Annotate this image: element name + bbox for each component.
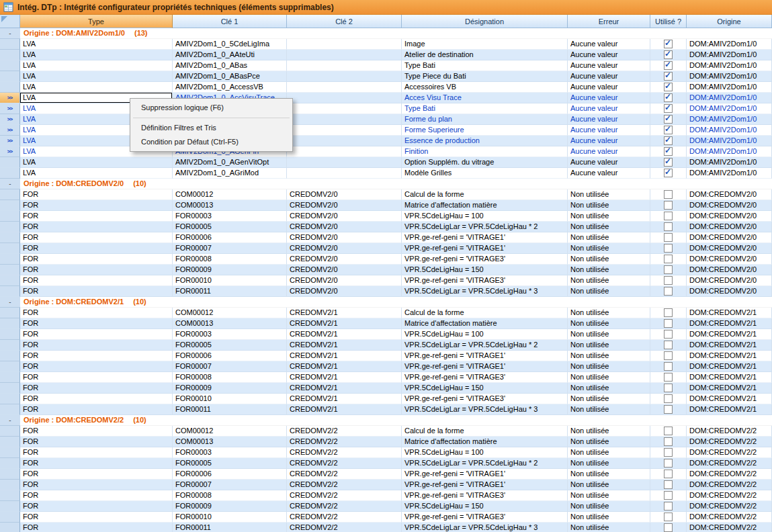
cell-origine[interactable]: DOM:CREDOMV2/1 — [687, 383, 772, 394]
row-marker[interactable] — [0, 480, 20, 490]
used-checkbox[interactable] — [664, 201, 673, 210]
table-row[interactable]: FORFOR00008CREDOMV2/0VPR.ge-ref-geni = '… — [0, 254, 772, 265]
cell-cle1[interactable]: COM00013 — [173, 318, 287, 329]
cell-erreur[interactable]: Non utilisée — [568, 512, 650, 523]
cell-designation[interactable]: VPR.5CdeLigLar = VPR.5CdeLigHau * 3 — [402, 404, 568, 415]
group-collapse-toggle[interactable]: - — [0, 28, 20, 39]
cell-utilise[interactable] — [650, 125, 687, 136]
cell-origine[interactable]: DOM:AMIV2Dom1/0 — [687, 136, 772, 146]
cell-type[interactable]: FOR — [20, 243, 173, 254]
select-all-corner[interactable] — [0, 15, 20, 28]
cell-origine[interactable]: DOM:CREDOMV2/2 — [687, 523, 772, 532]
table-row[interactable]: >>LVAForme SuperieureAucune valeurDOM:AM… — [0, 125, 772, 136]
used-checkbox[interactable] — [664, 394, 673, 403]
table-row[interactable]: >>LVAType BatiAucune valeurDOM:AMIV2Dom1… — [0, 103, 772, 114]
cell-type[interactable]: FOR — [20, 404, 173, 415]
cell-utilise[interactable] — [650, 480, 687, 490]
row-marker[interactable] — [0, 200, 20, 211]
row-marker[interactable]: >> — [0, 93, 20, 103]
table-row[interactable]: FORFOR00008CREDOMV2/2VPR.ge-ref-geni = '… — [0, 490, 772, 501]
cell-erreur[interactable]: Non utilisée — [568, 243, 650, 254]
cell-erreur[interactable]: Non utilisée — [568, 265, 650, 275]
cell-cle1[interactable]: AMIV2Dom1_0_ABasPce — [173, 71, 287, 82]
cell-origine[interactable]: DOM:CREDOMV2/1 — [687, 351, 772, 361]
cell-utilise[interactable] — [650, 189, 687, 200]
cell-cle2[interactable] — [287, 60, 402, 71]
table-row[interactable]: FORFOR00011CREDOMV2/0VPR.5CdeLigLar = VP… — [0, 286, 772, 297]
cell-cle2[interactable] — [287, 71, 402, 82]
used-checkbox[interactable] — [664, 222, 673, 231]
cell-type[interactable]: LVA — [20, 71, 173, 82]
cell-designation[interactable]: Option Supplém. du vitrage — [402, 157, 568, 168]
cell-type[interactable]: FOR — [20, 232, 173, 243]
cell-origine[interactable]: DOM:CREDOMV2/0 — [687, 222, 772, 232]
cell-type[interactable]: FOR — [20, 447, 173, 458]
cell-utilise[interactable] — [650, 200, 687, 211]
cell-type[interactable]: FOR — [20, 490, 173, 501]
cell-type[interactable]: FOR — [20, 318, 173, 329]
row-marker[interactable]: >> — [0, 146, 20, 157]
table-row[interactable]: FORFOR00007CREDOMV2/0VPR.ge-ref-geni = '… — [0, 243, 772, 254]
column-header-cle2[interactable]: Clé 2 — [287, 15, 402, 28]
cell-cle1[interactable]: FOR00005 — [173, 222, 287, 232]
row-marker[interactable] — [0, 523, 20, 532]
cell-cle2[interactable]: CREDOMV2/1 — [287, 318, 402, 329]
cell-origine[interactable]: DOM:CREDOMV2/0 — [687, 200, 772, 211]
cell-utilise[interactable] — [650, 222, 687, 232]
cell-type[interactable]: FOR — [20, 437, 173, 447]
used-checkbox[interactable] — [664, 115, 673, 124]
cell-designation[interactable]: VPR.5CdeLigHau = 150 — [402, 501, 568, 512]
row-marker[interactable] — [0, 372, 20, 383]
table-row[interactable]: FORFOR00008CREDOMV2/1VPR.ge-ref-geni = '… — [0, 372, 772, 383]
cell-origine[interactable]: DOM:CREDOMV2/1 — [687, 340, 772, 351]
cell-designation[interactable]: Image — [402, 39, 568, 50]
row-marker[interactable] — [0, 222, 20, 232]
cell-utilise[interactable] — [650, 103, 687, 114]
cell-utilise[interactable] — [650, 275, 687, 286]
cell-type[interactable]: FOR — [20, 329, 173, 340]
table-row[interactable]: FORFOR00010CREDOMV2/0VPR.ge-ref-geni = '… — [0, 275, 772, 286]
table-row[interactable]: FORFOR00006CREDOMV2/2VPR.ge-ref-geni = '… — [0, 469, 772, 480]
used-checkbox[interactable] — [664, 491, 673, 500]
cell-utilise[interactable] — [650, 39, 687, 50]
cell-type[interactable]: LVA — [20, 39, 173, 50]
column-header-erreur[interactable]: Erreur — [568, 15, 650, 28]
cell-cle1[interactable]: COM00012 — [173, 189, 287, 200]
row-marker[interactable] — [0, 404, 20, 415]
used-checkbox[interactable] — [664, 384, 673, 392]
table-row[interactable]: >>LVAForme du planAucune valeurDOM:AMIV2… — [0, 114, 772, 125]
cell-origine[interactable]: DOM:CREDOMV2/2 — [687, 447, 772, 458]
table-row[interactable]: LVAAMIV2Dom1_0_AGriModModèle GrillesAucu… — [0, 168, 772, 179]
cell-cle2[interactable] — [287, 39, 402, 50]
cell-utilise[interactable] — [650, 372, 687, 383]
cell-cle1[interactable]: AMIV2Dom1_0_AAteUti — [173, 50, 287, 60]
cell-origine[interactable]: DOM:AMIV2Dom1/0 — [687, 125, 772, 136]
cell-cle2[interactable]: CREDOMV2/0 — [287, 286, 402, 297]
cell-erreur[interactable]: Non utilisée — [568, 480, 650, 490]
row-marker[interactable] — [0, 168, 20, 179]
cell-designation[interactable]: VPR.ge-ref-geni = 'VITRAGE3' — [402, 512, 568, 523]
cell-erreur[interactable]: Non utilisée — [568, 211, 650, 222]
cell-type[interactable]: FOR — [20, 383, 173, 394]
cell-erreur[interactable]: Non utilisée — [568, 340, 650, 351]
cell-type[interactable]: FOR — [20, 308, 173, 318]
cell-cle2[interactable]: CREDOMV2/2 — [287, 426, 402, 437]
cell-erreur[interactable]: Non utilisée — [568, 447, 650, 458]
cell-origine[interactable]: DOM:AMIV2Dom1/0 — [687, 50, 772, 60]
cell-cle2[interactable]: CREDOMV2/0 — [287, 265, 402, 275]
cell-utilise[interactable] — [650, 404, 687, 415]
cell-cle2[interactable]: CREDOMV2/1 — [287, 329, 402, 340]
table-row[interactable]: FORCOM00013CREDOMV2/0Matrice d'affectati… — [0, 200, 772, 211]
cell-cle1[interactable]: FOR00008 — [173, 490, 287, 501]
cell-cle1[interactable]: FOR00011 — [173, 404, 287, 415]
cell-cle2[interactable]: CREDOMV2/2 — [287, 523, 402, 532]
cell-designation[interactable]: VPR.5CdeLigHau = 150 — [402, 383, 568, 394]
row-marker[interactable] — [0, 243, 20, 254]
cell-cle2[interactable]: CREDOMV2/1 — [287, 404, 402, 415]
cell-origine[interactable]: DOM:CREDOMV2/0 — [687, 189, 772, 200]
row-marker[interactable] — [0, 286, 20, 297]
table-row[interactable]: LVAAMIV2Dom1_0_5CdeLigImaImageAucune val… — [0, 39, 772, 50]
cell-designation[interactable]: VPR.5CdeLigLar = VPR.5CdeLigHau * 2 — [402, 340, 568, 351]
used-checkbox[interactable] — [664, 523, 673, 532]
cell-designation[interactable]: Calcul de la forme — [402, 308, 568, 318]
